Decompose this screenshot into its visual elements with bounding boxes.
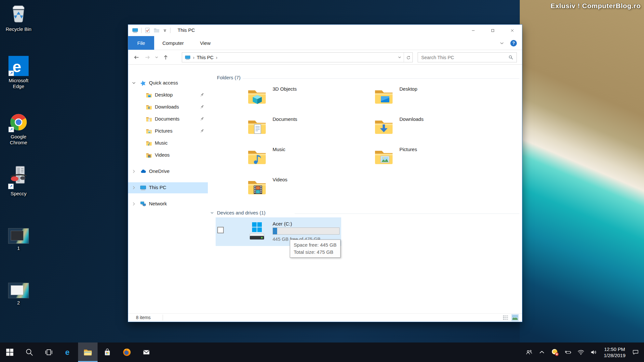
expand-ribbon-icon[interactable] bbox=[499, 41, 504, 46]
drive-name: Acer (C:) bbox=[273, 221, 292, 226]
cleaner-alert-icon[interactable] bbox=[551, 348, 559, 357]
taskbar-button-search[interactable] bbox=[20, 343, 39, 362]
tab-file[interactable]: File bbox=[128, 36, 154, 50]
sidebar-item-label: Downloads bbox=[155, 104, 179, 110]
quick-access-star-icon bbox=[140, 80, 146, 86]
minimize-button[interactable] bbox=[463, 25, 483, 36]
folder-tile-label: Downloads bbox=[399, 116, 423, 122]
desktop-icon-speccy[interactable]: ↗Speccy bbox=[0, 162, 37, 197]
sidebar-item-label: Documents bbox=[155, 116, 180, 122]
taskbar-button-mail[interactable] bbox=[137, 343, 156, 362]
taskbar-button-microsoft-store[interactable] bbox=[98, 343, 117, 362]
desktop-icon-recycle-bin[interactable]: Recycle Bin bbox=[0, 3, 37, 32]
maximize-button[interactable] bbox=[483, 25, 503, 36]
address-dropdown-chevron-icon[interactable] bbox=[395, 53, 404, 62]
folder-plain-icon[interactable] bbox=[154, 27, 160, 33]
address-bar[interactable]: › This PC › bbox=[182, 52, 413, 62]
search-input[interactable] bbox=[418, 55, 505, 60]
taskbar-button-start[interactable] bbox=[0, 343, 20, 362]
chevron-collapsed-icon[interactable] bbox=[131, 201, 136, 206]
taskbar-button-file-explorer[interactable] bbox=[78, 343, 98, 362]
search-box[interactable] bbox=[418, 52, 517, 62]
desktop-icon-microsoft-edge[interactable]: e↗Microsoft Edge bbox=[0, 56, 37, 89]
folder-tile-label: Music bbox=[273, 147, 285, 152]
checkmark-icon[interactable] bbox=[144, 27, 151, 33]
close-button[interactable] bbox=[503, 25, 522, 36]
sidebar-item-downloads[interactable]: Downloads bbox=[128, 102, 208, 113]
window-controls bbox=[463, 25, 522, 36]
sidebar-item-pictures[interactable]: Pictures bbox=[128, 126, 208, 137]
folder-downloads-icon bbox=[373, 116, 394, 137]
up-button[interactable] bbox=[160, 52, 171, 63]
taskbar-button-task-view[interactable] bbox=[39, 343, 59, 362]
sidebar-item-network[interactable]: Network bbox=[128, 199, 208, 210]
taskbar-button-edge[interactable]: e bbox=[59, 343, 78, 362]
tab-computer[interactable]: Computer bbox=[154, 36, 192, 50]
sidebar-item-this-pc[interactable]: This PC bbox=[128, 182, 208, 193]
desktop-icon-1[interactable]: 1 bbox=[0, 228, 37, 251]
folder-music-icon bbox=[146, 140, 152, 147]
edge-icon: e bbox=[64, 348, 73, 357]
folder-tile-desktop[interactable]: Desktop bbox=[342, 83, 468, 111]
folder-tile-documents[interactable]: Documents bbox=[216, 113, 341, 141]
tooltip-line: Space free: 445 GB bbox=[294, 241, 337, 249]
chevron-collapsed-icon[interactable] bbox=[131, 185, 136, 190]
sidebar-item-label: Videos bbox=[155, 152, 170, 158]
breadcrumb[interactable]: This PC bbox=[197, 55, 214, 60]
sidebar-item-label: OneDrive bbox=[149, 168, 169, 174]
desktop-icon-2[interactable]: 2 bbox=[0, 283, 37, 306]
folders-group-header[interactable]: Folders (7) bbox=[210, 75, 241, 80]
sidebar-item-onedrive[interactable]: OneDrive bbox=[128, 166, 208, 177]
refresh-icon[interactable] bbox=[404, 53, 412, 62]
sidebar-item-desktop[interactable]: Desktop bbox=[128, 90, 208, 101]
help-button[interactable]: ? bbox=[510, 40, 517, 46]
devices-group-header[interactable]: Devices and drives (1) bbox=[210, 210, 265, 215]
folder-tile-downloads[interactable]: Downloads bbox=[342, 113, 468, 141]
recent-locations-chevron-icon[interactable] bbox=[153, 52, 160, 63]
mail-icon bbox=[142, 348, 151, 357]
sidebar-item-quick-access[interactable]: Quick access bbox=[128, 78, 208, 89]
tab-view[interactable]: View bbox=[192, 36, 219, 50]
volume-icon[interactable] bbox=[590, 348, 597, 356]
chevron-expanded-icon[interactable] bbox=[131, 81, 136, 85]
folder-documents-icon bbox=[247, 116, 267, 137]
titlebar[interactable]: This PC bbox=[128, 25, 522, 36]
desktop-icon-google-chrome[interactable]: ↗Google Chrome bbox=[0, 112, 37, 146]
sidebar-item-documents[interactable]: Documents bbox=[128, 114, 208, 125]
pin-icon bbox=[199, 92, 205, 98]
folder-tile-label: Videos bbox=[273, 177, 288, 182]
sidebar-item-videos[interactable]: Videos bbox=[128, 150, 208, 161]
shortcut-arrow-badge: ↗ bbox=[8, 127, 14, 132]
sidebar-item-music[interactable]: Music bbox=[128, 138, 208, 149]
hidden-icons-chevron-icon[interactable] bbox=[538, 348, 546, 356]
watermark: Exlusiv ! ComputerBlog.ro bbox=[551, 2, 641, 10]
file-explorer-window: This PC FileComputerView ? › This PC bbox=[128, 24, 522, 322]
action-center-icon[interactable] bbox=[632, 348, 639, 356]
folder-tile-music[interactable]: Music bbox=[216, 143, 341, 172]
battery-icon[interactable] bbox=[564, 348, 572, 356]
chevron-collapsed-icon[interactable] bbox=[131, 169, 136, 174]
folder-tile-3d-objects[interactable]: 3D Objects bbox=[216, 83, 341, 111]
folder-tile-pictures[interactable]: Pictures bbox=[342, 143, 468, 172]
details-view-button[interactable] bbox=[503, 315, 509, 321]
folder-tile-videos[interactable]: Videos bbox=[216, 173, 341, 202]
wifi-icon[interactable] bbox=[577, 348, 585, 356]
customize-dropdown-icon[interactable] bbox=[163, 28, 167, 33]
people-icon[interactable] bbox=[525, 348, 533, 356]
item-checkbox[interactable] bbox=[217, 227, 224, 233]
explorer-content: Quick accessDesktopDownloadsDocumentsPic… bbox=[128, 65, 522, 313]
back-button[interactable] bbox=[131, 52, 142, 63]
sidebar-item-label: Quick access bbox=[149, 80, 178, 85]
sidebar-item-label: Desktop bbox=[155, 92, 173, 97]
navigation-buttons bbox=[131, 50, 171, 65]
ribbon-right-controls: ? bbox=[499, 36, 517, 50]
forward-button[interactable] bbox=[142, 52, 153, 63]
taskbar-clock[interactable]: 12:50 PM1/28/2019 bbox=[604, 346, 625, 358]
search-icon[interactable] bbox=[508, 55, 514, 60]
desktop-icon-label: Speccy bbox=[2, 191, 35, 197]
quick-access-toolbar bbox=[132, 25, 170, 36]
taskbar-button-firefox[interactable] bbox=[117, 343, 137, 362]
address-bar-row: › This PC › bbox=[128, 50, 522, 65]
large-icons-view-button[interactable] bbox=[512, 315, 518, 321]
breadcrumb-separator[interactable]: › bbox=[216, 55, 218, 60]
